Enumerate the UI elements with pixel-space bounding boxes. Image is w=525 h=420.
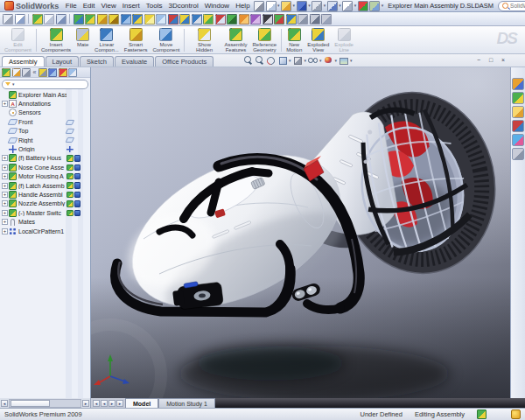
tab-assembly[interactable]: Assembly (2, 56, 45, 66)
menu-window[interactable]: Window (201, 2, 232, 10)
section-view-icon[interactable] (266, 55, 276, 65)
undo-icon-dropdown[interactable]: ▾ (339, 4, 341, 8)
open-icon-dropdown[interactable]: ▾ (293, 4, 296, 8)
graphics-viewport[interactable] (91, 67, 510, 398)
apply-scene-icon[interactable] (339, 55, 348, 65)
simulation-icon[interactable] (227, 14, 237, 24)
tab-scroll-next-button[interactable]: ▸ (108, 400, 116, 407)
zoom-fit-icon[interactable] (243, 55, 253, 65)
smart-fasteners-button[interactable]: SmartFasteners (122, 27, 150, 53)
move-component-small-icon[interactable] (121, 14, 131, 24)
curvature-icon[interactable] (250, 14, 261, 24)
tab-motion-study-1[interactable]: Motion Study 1 (158, 398, 215, 408)
mass-properties-icon[interactable] (192, 14, 202, 24)
section-view-small-icon[interactable] (215, 14, 226, 24)
draft-analysis-icon[interactable] (274, 14, 284, 24)
scroll-right-icon[interactable]: ▸ (82, 400, 89, 407)
hide-show-items-icon[interactable] (308, 55, 318, 65)
edit-appearance-icon[interactable] (324, 55, 333, 65)
display-style-icon[interactable] (293, 55, 303, 65)
print-icon-dropdown[interactable]: ▾ (324, 4, 326, 8)
motion-icon[interactable] (239, 14, 249, 24)
solidworks-resources-icon[interactable] (512, 78, 524, 90)
tree-item-nozzle-assembly[interactable]: +Nozzle Assembly (0, 200, 90, 208)
tab-scroll-first-button[interactable]: ◂ (93, 400, 100, 407)
expand-icon[interactable]: + (2, 155, 8, 161)
display-style-icon-dropdown[interactable]: ▾ (304, 58, 307, 63)
reference-geometry-button[interactable]: ReferenceGeometry▾ (250, 27, 280, 58)
tree-item-sensors[interactable]: Sensors (0, 108, 90, 117)
hide-show-items-icon-dropdown[interactable]: ▾ (319, 58, 322, 63)
select-cursor-icon[interactable] (342, 1, 353, 11)
mate-button[interactable]: Mate (74, 27, 92, 47)
tree-item-handle-assembl[interactable]: +Handle Assembl (0, 190, 90, 199)
tree-filter-box[interactable]: ▾ (2, 80, 88, 89)
custom-properties-icon[interactable] (512, 148, 524, 160)
menu-view[interactable]: View (98, 2, 119, 10)
tree-item--master-switc[interactable]: +(-) Master Switc (0, 208, 90, 217)
configurationmanager-tab-icon[interactable] (22, 68, 31, 77)
tab-layout[interactable]: Layout (46, 56, 80, 66)
tree-item-front[interactable]: Front (0, 117, 90, 126)
expand-icon[interactable]: + (2, 228, 8, 234)
tree-item-mates[interactable]: +Mates (0, 217, 90, 226)
view-palette-icon[interactable] (512, 120, 524, 132)
tab-scroll-prev-button[interactable]: ◂ (101, 400, 108, 407)
relations-icon[interactable] (321, 14, 332, 24)
doc-restore-button[interactable]: □ (486, 56, 495, 65)
print-icon[interactable] (312, 1, 322, 11)
edit-appearance-icon-dropdown[interactable]: ▾ (335, 58, 338, 63)
scroll-left-icon[interactable]: ◂ (1, 400, 8, 407)
expand-icon[interactable]: + (2, 173, 8, 179)
new-document-icon[interactable] (266, 1, 276, 11)
linear-compon--button[interactable]: LinearCompon...▾ (92, 27, 122, 58)
smart-fastener-small-icon[interactable] (108, 14, 119, 24)
tree-item--f-battery-hous[interactable]: +(f) Battery Hous (0, 154, 90, 163)
rotate-component-icon[interactable] (132, 14, 143, 24)
mate-small-icon[interactable] (97, 14, 108, 24)
options-icon-dropdown[interactable]: ▾ (382, 4, 384, 8)
menu-help[interactable]: Help (233, 2, 253, 10)
design-library-icon[interactable] (512, 92, 524, 104)
scrollbar-thumb[interactable] (10, 400, 50, 407)
menu-insert[interactable]: Insert (119, 2, 143, 10)
tab-office-products[interactable]: Office Products (155, 56, 214, 66)
expand-icon[interactable]: + (2, 101, 8, 107)
view-orientation-icon[interactable] (277, 55, 287, 65)
tab-scroll-last-button[interactable]: ▸ (116, 400, 123, 407)
tree-item-nose-cone-asse[interactable]: +Nose Cone Asse (0, 163, 90, 172)
tab-model[interactable]: Model (125, 398, 158, 408)
featuremanager-tab-icon[interactable] (2, 68, 10, 77)
tree-item--f-latch-assemb[interactable]: +(f) Latch Assemb (0, 181, 90, 190)
tree-horizontal-scrollbar[interactable]: ◂ ▸ (0, 398, 91, 408)
open-icon[interactable] (281, 1, 291, 11)
quick-tips-icon[interactable] (511, 410, 521, 419)
zoom-area-icon[interactable] (255, 55, 264, 65)
menu-file[interactable]: File (62, 2, 80, 10)
lasso-select-icon[interactable] (56, 14, 66, 24)
search-input[interactable] (510, 3, 525, 9)
tree-item-top[interactable]: Top (0, 127, 90, 136)
new-document-icon-dropdown[interactable]: ▾ (277, 4, 280, 8)
menu-edit[interactable]: Edit (80, 2, 98, 10)
save-icon-dropdown[interactable]: ▾ (308, 4, 311, 8)
expand-icon[interactable]: + (2, 164, 8, 171)
assembly-xpert-icon[interactable] (286, 14, 297, 24)
pencil-icon[interactable] (254, 1, 264, 11)
tree-item-explorer-main-assem[interactable]: Explorer Main Assem (0, 90, 90, 99)
apply-scene-icon-dropdown[interactable]: ▾ (350, 58, 353, 63)
collapse-pane-button[interactable]: « (33, 69, 37, 76)
scrollbar-track[interactable] (9, 399, 81, 408)
expand-icon[interactable]: + (2, 210, 8, 216)
box-select-icon[interactable] (44, 14, 54, 24)
filter-dropdown-icon[interactable]: ▾ (12, 81, 15, 87)
appearances-scenes-icon[interactable] (512, 134, 524, 146)
file-explorer-icon[interactable] (512, 106, 524, 118)
interference-detection-icon[interactable] (168, 14, 178, 24)
expand-icon[interactable]: + (2, 192, 8, 198)
doc-close-button[interactable]: × (499, 56, 508, 65)
tree-item-right[interactable]: Right (0, 136, 90, 144)
rebuild-icon[interactable] (358, 1, 368, 11)
options-icon[interactable] (369, 1, 380, 11)
expand-icon[interactable]: + (2, 200, 8, 206)
